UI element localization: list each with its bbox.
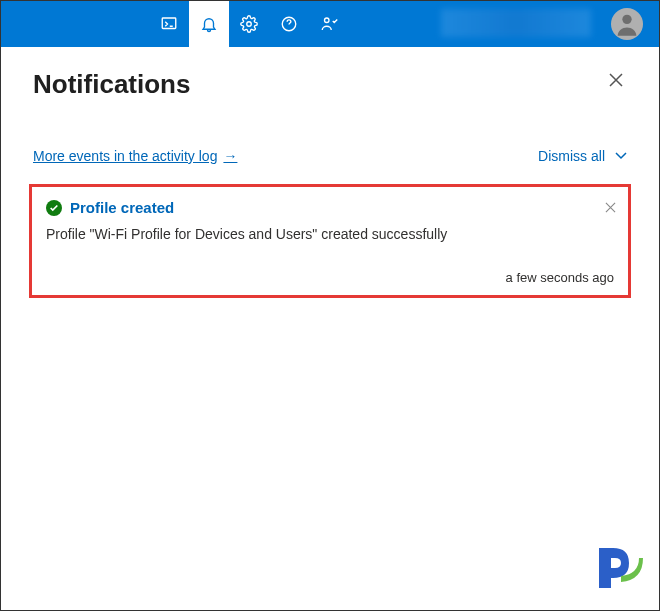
help-icon[interactable] (269, 1, 309, 47)
svg-point-3 (325, 18, 330, 23)
success-check-icon (46, 200, 62, 216)
settings-icon[interactable] (229, 1, 269, 47)
page-title: Notifications (33, 69, 190, 100)
svg-point-4 (622, 15, 631, 24)
activity-log-label: More events in the activity log (33, 148, 217, 164)
watermark-logo (591, 538, 651, 602)
account-info-blurred (441, 9, 591, 37)
dismiss-notification-button[interactable] (605, 199, 616, 217)
dismiss-all-button[interactable]: Dismiss all (538, 148, 627, 164)
feedback-icon[interactable] (309, 1, 349, 47)
svg-point-1 (247, 22, 252, 27)
avatar[interactable] (611, 8, 643, 40)
notification-card: Profile created Profile "Wi-Fi Profile f… (29, 184, 631, 298)
dismiss-all-label: Dismiss all (538, 148, 605, 164)
close-panel-button[interactable] (605, 69, 627, 95)
svg-rect-0 (162, 18, 176, 29)
notification-title: Profile created (70, 199, 174, 216)
notifications-icon[interactable] (189, 1, 229, 47)
notification-timestamp: a few seconds ago (46, 270, 614, 285)
activity-log-link[interactable]: More events in the activity log → (33, 148, 237, 164)
notification-message: Profile "Wi-Fi Profile for Devices and U… (46, 226, 614, 242)
cloud-shell-icon[interactable] (149, 1, 189, 47)
global-topbar (1, 1, 659, 47)
chevron-down-icon (615, 150, 627, 162)
arrow-right-icon: → (223, 148, 237, 164)
